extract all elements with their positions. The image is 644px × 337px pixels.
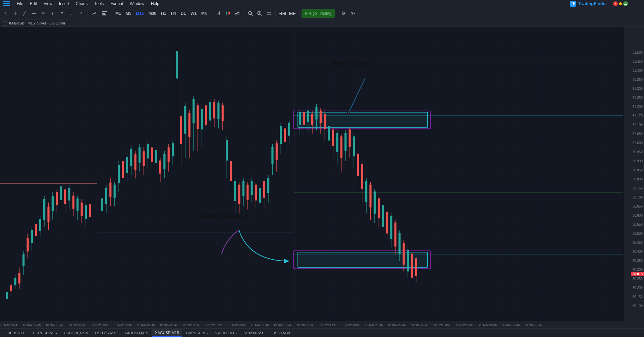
menu-format[interactable]: Format bbox=[107, 1, 126, 7]
chart-description: Silver - US Dollar bbox=[37, 21, 65, 25]
svg-rect-209 bbox=[357, 154, 359, 176]
toolbar: ↖ ✛ ╱ ― ✏ T ≡ ▭ ↗ M1 M5 M15 M30 H1 H4 D1… bbox=[0, 7, 644, 19]
arrow-tool[interactable]: ↗ bbox=[76, 9, 85, 18]
svg-rect-221 bbox=[382, 205, 384, 227]
nav-left[interactable]: ◀◀ bbox=[278, 9, 287, 18]
algo-trading-btn[interactable]: ▶ Algo Trading bbox=[302, 9, 335, 18]
chart-type-candles[interactable] bbox=[223, 9, 232, 18]
grid-toggle[interactable] bbox=[265, 9, 273, 18]
more-btn[interactable]: ≫ bbox=[348, 9, 357, 18]
tab-gbpusd-m5[interactable]: GBPUSD,M5 bbox=[182, 329, 211, 337]
tf-w1[interactable]: W1 bbox=[189, 9, 199, 18]
price-30250: 30.250 bbox=[632, 277, 643, 280]
svg-rect-57 bbox=[26, 238, 29, 251]
cursor-tool[interactable]: ↖ bbox=[1, 9, 10, 18]
svg-rect-169 bbox=[267, 178, 269, 193]
svg-rect-83 bbox=[81, 203, 83, 216]
svg-rect-207 bbox=[353, 136, 355, 157]
svg-rect-175 bbox=[280, 126, 282, 144]
menu-tools[interactable]: Tools bbox=[91, 1, 107, 7]
tab-eurusd-m15[interactable]: EURUSD,M15 bbox=[30, 329, 60, 337]
time-label-13: 19 Nov 13:45 bbox=[274, 323, 292, 327]
properties-btn[interactable]: ⚙ bbox=[339, 9, 348, 18]
tf-m15[interactable]: M15 bbox=[134, 9, 146, 18]
menu-view[interactable]: View bbox=[40, 1, 56, 7]
menu-insert[interactable]: Insert bbox=[56, 1, 72, 7]
svg-rect-129 bbox=[184, 106, 186, 133]
tab-xagusd-m15[interactable]: XAGUSD,M15 bbox=[152, 329, 182, 337]
time-label-18: 19 Nov 23:45 bbox=[388, 323, 406, 327]
menu-edit[interactable]: Edit bbox=[26, 1, 40, 7]
tf-h4[interactable]: H4 bbox=[169, 9, 178, 18]
price-30750: 30.750 bbox=[632, 186, 643, 190]
price-30650: 30.650 bbox=[632, 204, 643, 208]
tab-gbpusd-h1[interactable]: GBPUSD,H1 bbox=[1, 329, 30, 337]
svg-rect-143 bbox=[213, 102, 215, 118]
chart-type-area[interactable] bbox=[233, 9, 241, 18]
svg-rect-73 bbox=[60, 186, 62, 200]
svg-rect-219 bbox=[378, 199, 380, 219]
tf-mn[interactable]: MN bbox=[199, 9, 210, 18]
svg-rect-141 bbox=[209, 102, 211, 120]
tab-usdjpy-m15[interactable]: USDJPY,M15 bbox=[92, 329, 121, 337]
tf-m30[interactable]: M30 bbox=[147, 9, 158, 18]
fib-tool[interactable]: ≡ bbox=[58, 9, 66, 18]
svg-rect-165 bbox=[259, 188, 261, 203]
text-tool[interactable]: T bbox=[48, 9, 57, 18]
svg-rect-135 bbox=[197, 105, 199, 129]
svg-rect-235 bbox=[411, 254, 413, 278]
svg-rect-65 bbox=[43, 199, 45, 220]
crosshair-tool[interactable]: ✛ bbox=[11, 9, 19, 18]
svg-rect-95 bbox=[114, 185, 116, 198]
tab-nas100-m15[interactable]: NAS100,M15 bbox=[211, 329, 240, 337]
svg-rect-153 bbox=[234, 181, 236, 201]
tf-m1[interactable]: M1 bbox=[113, 9, 123, 18]
price-30850: 30.850 bbox=[632, 168, 643, 172]
svg-rect-155 bbox=[238, 185, 240, 204]
nav-right[interactable]: ▶▶ bbox=[288, 9, 297, 18]
svg-rect-201 bbox=[340, 136, 342, 158]
svg-rect-187 bbox=[311, 114, 313, 125]
time-label-11: 19 Nov 09:45 bbox=[228, 323, 246, 327]
svg-rect-4 bbox=[102, 13, 105, 14]
svg-rect-97 bbox=[118, 165, 120, 183]
chart-type-bars[interactable] bbox=[214, 9, 223, 18]
svg-rect-229 bbox=[398, 233, 400, 254]
template-btn[interactable] bbox=[100, 9, 109, 18]
svg-rect-15 bbox=[228, 12, 230, 14]
time-label-8: 19 Nov 03:45 bbox=[160, 323, 178, 327]
svg-rect-163 bbox=[255, 185, 257, 201]
draw-tool[interactable]: ✏ bbox=[39, 9, 48, 18]
tab-xauusd-m15[interactable]: XAUUSD,M15 bbox=[121, 329, 151, 337]
time-label-24: 20 Nov 12:45 bbox=[525, 323, 543, 327]
svg-rect-195 bbox=[328, 126, 330, 141]
svg-rect-225 bbox=[390, 216, 392, 239]
tab-us30-m30[interactable]: US30,M30 bbox=[269, 329, 293, 337]
svg-rect-185 bbox=[307, 111, 309, 122]
menu-help[interactable]: Help bbox=[148, 1, 163, 7]
line-tool[interactable]: ╱ bbox=[20, 9, 29, 18]
svg-rect-139 bbox=[205, 105, 207, 125]
tf-h1[interactable]: H1 bbox=[159, 9, 168, 18]
zoom-in[interactable] bbox=[255, 9, 264, 18]
svg-rect-237 bbox=[415, 258, 417, 276]
price-30950: 30.950 bbox=[632, 150, 643, 154]
menu-charts[interactable]: Charts bbox=[72, 1, 91, 7]
menu-file[interactable]: File bbox=[13, 1, 26, 7]
rect-tool[interactable]: ▭ bbox=[67, 9, 76, 18]
tf-m5[interactable]: M5 bbox=[124, 9, 133, 18]
price-30600: 30.600 bbox=[632, 213, 643, 217]
svg-rect-2 bbox=[3, 5, 10, 6]
indicator-btn[interactable] bbox=[90, 9, 100, 18]
menu-window[interactable]: Window bbox=[126, 1, 148, 7]
svg-rect-125 bbox=[176, 51, 178, 78]
svg-rect-12 bbox=[226, 12, 227, 14]
time-label-20: 20 Nov 04:45 bbox=[433, 323, 451, 327]
tf-d1[interactable]: D1 bbox=[179, 9, 188, 18]
svg-rect-1 bbox=[3, 3, 10, 4]
tab-spx500-m15[interactable]: SPX500,M15 bbox=[240, 329, 269, 337]
hline-tool[interactable]: ― bbox=[30, 9, 38, 18]
price-31200: 31.200 bbox=[632, 105, 643, 109]
tab-usdchf-daily[interactable]: USDCHF,Daily bbox=[60, 329, 91, 337]
zoom-out[interactable] bbox=[246, 9, 255, 18]
